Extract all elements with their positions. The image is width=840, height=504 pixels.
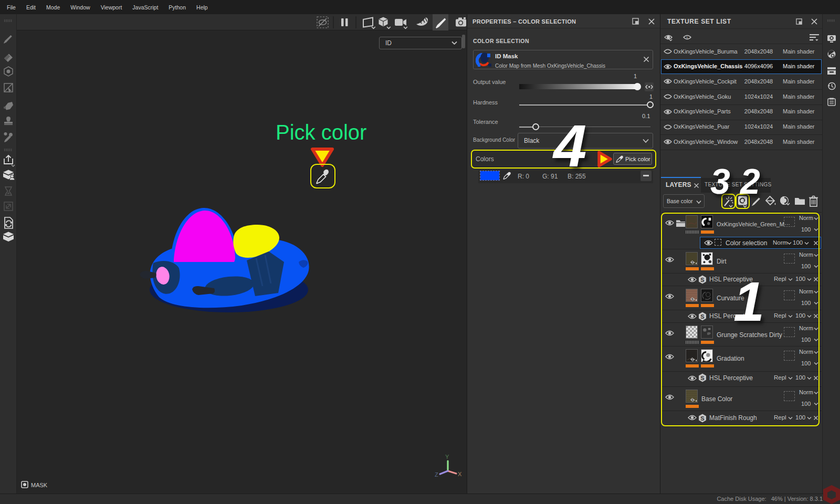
svg-text:1: 1: [686, 36, 689, 40]
svg-text:X: X: [458, 471, 462, 477]
svg-text:Pick color: Pick color: [276, 121, 366, 144]
svg-text:Y: Y: [445, 454, 449, 460]
svg-text:MASK: MASK: [31, 482, 48, 488]
svg-text:Z: Z: [435, 471, 438, 478]
